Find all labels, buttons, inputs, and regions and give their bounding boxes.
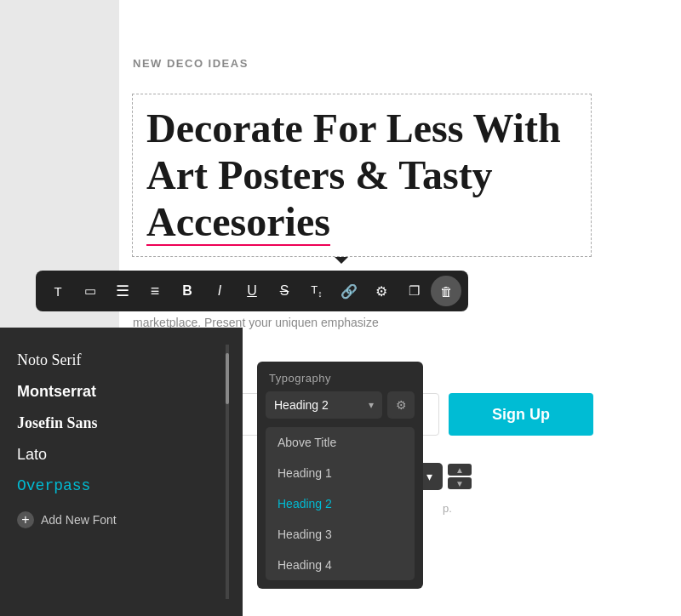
typography-settings-btn[interactable]: ⚙ <box>387 391 415 419</box>
strikethrough-btn[interactable]: S <box>269 276 300 306</box>
sub-text: p. <box>443 502 452 515</box>
toolbar: T ▭ ☰ ≡ B I U S T↕ 🔗 ⚙ ❐ 🗑 <box>36 271 468 311</box>
option-heading-4[interactable]: Heading 4 <box>266 550 415 580</box>
decrement-btn[interactable]: ▼ <box>448 477 472 489</box>
typography-header: Typography <box>257 362 423 391</box>
font-overpass[interactable]: Overpass <box>14 471 229 501</box>
heading-edit-box[interactable]: Decorate For Less With Art Posters & Tas… <box>132 94 592 257</box>
add-font-icon: + <box>17 511 34 528</box>
text-type-btn[interactable]: T <box>43 276 73 306</box>
typography-dropdown-row: Heading 2 ▾ ⚙ <box>257 391 423 427</box>
font-montserrat[interactable]: Montserrat <box>14 376 229 408</box>
increment-decrement-btns: ▲ ▼ <box>448 464 472 489</box>
option-heading-2[interactable]: Heading 2 <box>266 488 415 519</box>
scrollbar[interactable] <box>226 345 229 599</box>
font-panel: Noto Serif Montserrat Josefin Sans Lato … <box>0 328 243 616</box>
category-label: NEW DECO IDEAS <box>133 57 249 70</box>
align-left-btn[interactable]: ≡ <box>140 276 170 306</box>
font-list: Noto Serif Montserrat Josefin Sans Lato … <box>14 345 229 501</box>
signup-button[interactable]: Sign Up <box>449 393 593 436</box>
italic-btn[interactable]: I <box>204 276 235 306</box>
arrow-indicator <box>335 257 348 264</box>
delete-btn[interactable]: 🗑 <box>431 276 461 306</box>
typography-selected-value: Heading 2 <box>274 398 329 412</box>
gear-icon: ⚙ <box>396 398 407 412</box>
chevron-down-icon: ▾ <box>369 399 374 411</box>
heading-title: Decorate For Less With Art Posters & Tas… <box>146 105 577 246</box>
option-above-title[interactable]: Above Title <box>266 427 415 458</box>
add-font-button[interactable]: + Add New Font <box>14 508 229 532</box>
align-center-btn[interactable]: ☰ <box>107 276 138 306</box>
font-lato[interactable]: Lato <box>14 439 229 471</box>
option-heading-1[interactable]: Heading 1 <box>266 458 415 488</box>
font-size-btn[interactable]: T↕ <box>301 276 332 306</box>
chevron-down-icon-2: ▾ <box>426 470 432 483</box>
underline-btn[interactable]: U <box>237 276 267 306</box>
settings-gear-btn[interactable]: ⚙ <box>366 276 397 306</box>
typography-dropdown[interactable]: Heading 2 ▾ <box>266 391 382 419</box>
increment-btn[interactable]: ▲ <box>448 464 472 476</box>
copy-btn[interactable]: ❐ <box>398 276 429 306</box>
font-josefin-sans[interactable]: Josefin Sans <box>14 408 229 439</box>
link-btn[interactable]: 🔗 <box>334 276 364 306</box>
typography-panel: Typography Heading 2 ▾ ⚙ Above Title Hea… <box>257 362 423 589</box>
heading-underline: Accesories <box>146 199 330 246</box>
add-font-label: Add New Font <box>41 513 117 527</box>
typography-options-list: Above Title Heading 1 Heading 2 Heading … <box>266 427 415 580</box>
scroll-thumb[interactable] <box>226 353 229 404</box>
bold-btn[interactable]: B <box>172 276 203 306</box>
frame-btn[interactable]: ▭ <box>75 276 106 306</box>
font-noto-serif[interactable]: Noto Serif <box>14 345 229 376</box>
option-heading-3[interactable]: Heading 3 <box>266 519 415 550</box>
